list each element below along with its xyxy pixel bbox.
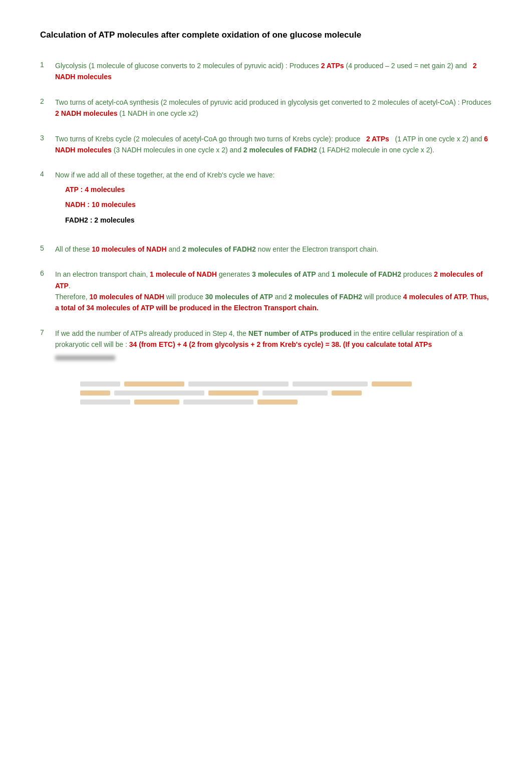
item-text-7: If we add the number of ATPs already pro…: [55, 328, 492, 362]
list-item: 6 In an electron transport chain, 1 mole…: [40, 269, 492, 314]
nadh-highlight-5: 10 molecules of NADH: [92, 245, 166, 253]
page-title: Calculation of ATP molecules after compl…: [40, 30, 492, 40]
list-item: 4 Now if we add all of these together, a…: [40, 169, 492, 230]
item-text-4: Now if we add all of these together, at …: [55, 169, 492, 230]
atp-total-label: ATP : 4 molecules: [65, 185, 125, 193]
fadh2-highlight-6b: 2 molecules of FADH2: [289, 293, 362, 301]
atp-highlight-1: 2 ATPs: [321, 62, 344, 70]
list-item: 5 All of these 10 molecules of NADH and …: [40, 244, 492, 255]
item-number-7: 7: [40, 328, 55, 336]
item-number-3: 3: [40, 133, 55, 142]
item-text-1: Glycolysis (1 molecule of glucose conver…: [55, 60, 492, 83]
content-list: 1 Glycolysis (1 molecule of glucose conv…: [40, 60, 492, 362]
final-atp-count: 34 (from ETC) + 4 (2 from glycolysis + 2…: [129, 340, 432, 348]
item-number-6: 6: [40, 269, 55, 277]
item-text-2: Two turns of acetyl-coA synthesis (2 mol…: [55, 97, 492, 119]
fadh2-highlight-5: 2 molecules of FADH2: [182, 245, 256, 253]
list-item: 3 Two turns of Krebs cycle (2 molecules …: [40, 133, 492, 156]
nadh-highlight-6b: 10 molecules of NADH: [89, 293, 164, 301]
nadh-total-label: NADH : 10 molecules: [65, 201, 136, 209]
blurred-bottom-section: [80, 376, 492, 410]
nadh-highlight-2: 2 NADH molecules: [55, 109, 117, 117]
item-number-2: 2: [40, 97, 55, 105]
atp-highlight-6c: 30 molecules of ATP: [205, 293, 273, 301]
fadh2-highlight-6a: 1 molecule of FADH2: [332, 270, 401, 278]
item-text-6: In an electron transport chain, 1 molecu…: [55, 269, 492, 314]
net-atp-label: NET number of ATPs produced: [248, 329, 352, 337]
atp-summary: ATP : 4 molecules: [65, 184, 492, 195]
sub-section-4: ATP : 4 molecules NADH : 10 molecules FA…: [55, 184, 492, 226]
nadh-summary: NADH : 10 molecules: [65, 199, 492, 210]
item-text-3: Two turns of Krebs cycle (2 molecules of…: [55, 133, 492, 156]
list-item: 1 Glycolysis (1 molecule of glucose conv…: [40, 60, 492, 83]
item-number-4: 4: [40, 169, 55, 178]
nadh-highlight-1: 2 NADH molecules: [55, 62, 477, 81]
fadh2-highlight-3: 2 molecules of FADH2: [243, 146, 317, 154]
item-text-5: All of these 10 molecules of NADH and 2 …: [55, 244, 492, 255]
item-number-5: 5: [40, 244, 55, 252]
atp-highlight-3: 2 ATPs: [366, 135, 389, 143]
list-item: 7 If we add the number of ATPs already p…: [40, 328, 492, 362]
fadh2-summary: FADH2 : 2 molecules: [65, 215, 492, 226]
item-number-1: 1: [40, 60, 55, 69]
atp-highlight-6a: 3 molecules of ATP: [252, 270, 316, 278]
list-item: 2 Two turns of acetyl-coA synthesis (2 m…: [40, 97, 492, 119]
blurred-continuation: [55, 355, 492, 360]
nadh-highlight-6a: 1 molecule of NADH: [150, 270, 217, 278]
